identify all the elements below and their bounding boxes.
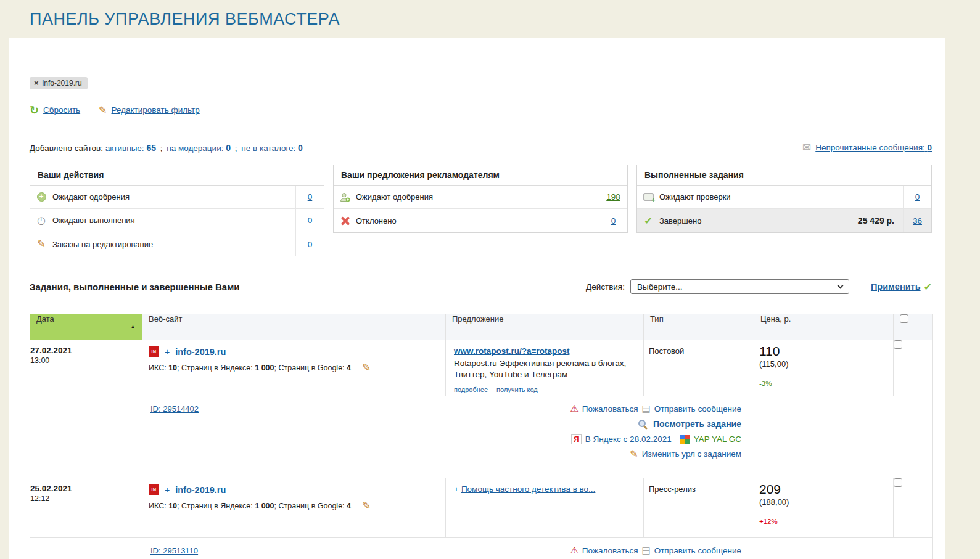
tasks-section-title: Задания, выполненные и завершенные Вами <box>30 282 240 292</box>
not-in-catalog-link[interactable]: не в каталоге: 0 <box>241 144 303 153</box>
send-message-link[interactable]: Отправить сообщение <box>654 404 741 414</box>
sort-asc-icon: ▲ <box>130 324 136 330</box>
offer-description: Rotapost.ru Эффективная реклама в блогах… <box>454 358 637 380</box>
check-icon: ✔ <box>924 281 932 293</box>
offers-pending-count-link[interactable]: 198 <box>606 192 620 202</box>
panel-your-offers: Ваши предложения рекламодателям Ожидают … <box>333 165 628 233</box>
pending-execution-count-link[interactable]: 0 <box>308 216 313 225</box>
table-row: 25.02.2021 12:12 IN + info-2019.ru ИКС: … <box>30 478 933 538</box>
remove-filter-icon[interactable]: × <box>34 80 39 86</box>
moderation-sites-link[interactable]: на модерации: 0 <box>167 144 231 153</box>
red-cross-icon <box>340 216 350 226</box>
active-sites-link[interactable]: активные: 65 <box>105 144 156 153</box>
document-icon: ▤ <box>642 545 651 556</box>
send-message-link[interactable]: Отправить сообщение <box>654 546 741 555</box>
pencil-icon: ✎ <box>630 450 638 459</box>
panel-row: + Ожидают одобрения 0 <box>30 186 324 209</box>
offer-get-code-link[interactable]: получить код <box>496 385 538 394</box>
panel-completed-tasks: Выполненные задания Ожидают проверки 0 ✔… <box>636 165 932 233</box>
site-stats: ИКС: 10; Страниц в Яндексе: 1 000; Стран… <box>149 502 439 510</box>
expand-offer-toggle[interactable]: + <box>454 484 459 494</box>
sites-summary-label: Добавлено сайтов: <box>30 144 103 153</box>
warning-icon: ⚠ <box>570 545 578 556</box>
expand-site-toggle[interactable]: + <box>165 347 170 357</box>
pending-approval-count-link[interactable]: 0 <box>308 192 313 202</box>
row-checkbox[interactable] <box>894 478 902 487</box>
site-link[interactable]: info-2019.ru <box>175 485 226 495</box>
task-date-cell: 25.02.2021 12:12 <box>30 478 142 538</box>
expand-site-toggle[interactable]: + <box>165 485 170 495</box>
column-header-price[interactable]: Цена, р. <box>754 314 894 340</box>
offer-link[interactable]: www.rotapost.ru/?a=rotapost <box>454 346 569 356</box>
actions-select[interactable]: Выберите... <box>630 279 849 294</box>
completed-amount: 25 429 р. <box>858 216 894 226</box>
panel-title: Ваши действия <box>30 165 324 186</box>
plus-circle-icon: + <box>37 192 46 202</box>
panel-title: Выполненные задания <box>637 165 931 186</box>
task-id-link[interactable]: ID: 29513110 <box>150 546 198 555</box>
change-url-link[interactable]: Изменить урл с заданием <box>642 449 741 459</box>
actions-label: Действия: <box>586 282 625 292</box>
panel-row: Отклонено 0 <box>334 209 627 232</box>
panel-row-label: Ожидают одобрения <box>356 192 599 202</box>
content-sheet: × info-2019.ru ↻ Сбросить ✎ Редактироват… <box>9 38 945 559</box>
panel-row-label: Ожидают выполнения <box>52 216 295 225</box>
completed-count-link[interactable]: 36 <box>913 216 922 226</box>
edit-site-icon[interactable]: ✎ <box>362 364 371 372</box>
apply-button[interactable]: Применить <box>871 282 921 292</box>
task-date-cell: 27.02.2021 13:00 <box>30 340 142 396</box>
panel-row: ◷ Ожидают выполнения 0 <box>30 209 324 232</box>
panel-your-actions: Ваши действия + Ожидают одобрения 0 ◷ Ож… <box>30 165 324 256</box>
site-link[interactable]: info-2019.ru <box>175 347 226 357</box>
sites-summary: Добавлено сайтов: активные: 65 ; на моде… <box>30 143 303 153</box>
filter-chip-label: info-2019.ru <box>43 79 82 88</box>
task-id-link[interactable]: ID: 29514402 <box>150 404 199 414</box>
google-icon <box>680 435 690 444</box>
price-value: 110 <box>759 344 886 359</box>
offers-declined-count-link[interactable]: 0 <box>611 216 616 226</box>
price-original: (115,00) <box>759 359 788 369</box>
complain-link[interactable]: Пожаловаться <box>582 404 638 414</box>
table-row: 27.02.2021 13:00 IN + info-2019.ru ИКС: … <box>30 340 933 396</box>
reset-filter-link[interactable]: Сбросить <box>43 105 80 115</box>
tasks-table: Дата ▲ Веб-сайт Предложение Тип Цена, р.… <box>30 314 933 559</box>
unread-messages-link[interactable]: Непрочитанные сообщения: 0 <box>815 143 932 152</box>
edit-orders-count-link[interactable]: 0 <box>308 240 313 249</box>
offer-more-link[interactable]: подробнее <box>454 385 488 394</box>
row-checkbox[interactable] <box>894 340 902 349</box>
task-price-cell: 209 (188,00) +12% <box>754 478 894 538</box>
actions-select-value: Выберите... <box>637 282 683 292</box>
view-task-link[interactable]: Посмотреть задание <box>653 419 741 429</box>
filter-chip[interactable]: × info-2019.ru <box>30 77 88 89</box>
edit-site-icon[interactable]: ✎ <box>362 502 371 510</box>
select-all-checkbox[interactable] <box>900 314 908 323</box>
table-row-footer: ID: 29513110 ⚠ Пожаловаться ▤ Отправить … <box>30 538 933 559</box>
price-delta: -3% <box>759 380 886 387</box>
panel-row-label: Завершено <box>659 216 858 226</box>
yandex-indexed-link[interactable]: В Яндекс с 28.02.2021 <box>585 435 672 444</box>
price-delta: +12% <box>759 518 886 525</box>
price-value: 209 <box>759 482 886 497</box>
separator: ; <box>235 144 237 153</box>
edit-filter-link[interactable]: Редактировать фильтр <box>112 105 200 115</box>
column-header-date[interactable]: Дата ▲ <box>30 314 142 340</box>
column-header-site[interactable]: Веб-сайт <box>142 314 446 340</box>
user-plus-icon <box>340 192 350 202</box>
separator: ; <box>160 144 163 153</box>
offer-link[interactable]: Помощь частного детектива в во... <box>461 484 595 494</box>
price-original: (188,00) <box>759 497 789 507</box>
panel-row-completed: ✔ Завершено 25 429 р. 36 <box>637 209 931 232</box>
column-header-offer[interactable]: Предложение <box>446 314 644 340</box>
column-header-type[interactable]: Тип <box>644 314 754 340</box>
awaiting-check-count-link[interactable]: 0 <box>915 192 920 202</box>
panel-row-label: Ожидают проверки <box>659 192 903 202</box>
indexers-status-link[interactable]: YAP YAL GC <box>694 435 741 444</box>
yandex-icon: Я <box>571 434 582 444</box>
complain-link[interactable]: Пожаловаться <box>582 546 638 555</box>
panel-title: Ваши предложения рекламодателям <box>334 165 627 186</box>
task-price-cell: 110 (115,00) -3% <box>754 340 894 396</box>
pencil-icon: ✎ <box>99 106 107 115</box>
panel-row: Ожидают проверки 0 <box>637 186 931 209</box>
refresh-icon: ↻ <box>30 106 39 115</box>
magnifier-icon <box>638 420 648 429</box>
